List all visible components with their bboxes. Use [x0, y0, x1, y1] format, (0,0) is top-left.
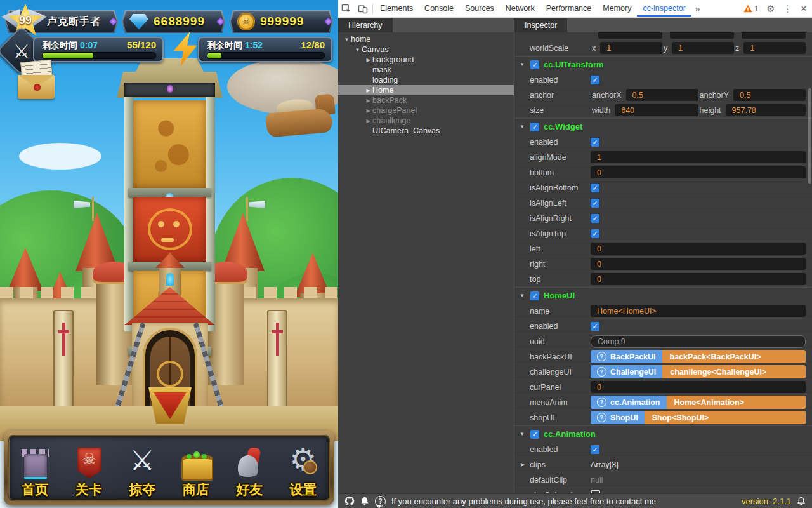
devtools-tab-network[interactable]: Network: [500, 0, 540, 17]
top-input[interactable]: 0: [591, 273, 806, 285]
value-input[interactable]: [670, 32, 734, 39]
kebab-menu-icon[interactable]: ⋮: [779, 1, 796, 17]
menu-item-gear[interactable]: 设置: [280, 439, 327, 497]
tree-right-arrow-icon[interactable]: ▶: [364, 118, 372, 124]
tree-right-arrow-icon[interactable]: ▶: [364, 98, 372, 104]
value-input-z[interactable]: 1: [743, 42, 806, 54]
checkbox-checked[interactable]: ✓: [591, 76, 599, 84]
settings-gear-icon[interactable]: ⚙: [763, 1, 779, 17]
section-collapse-arrow-icon[interactable]: ▼: [520, 62, 526, 67]
value-input-height[interactable]: 957.78: [726, 104, 806, 116]
tree-node-UICamera_Canvas[interactable]: UICamera_Canvas: [338, 126, 514, 136]
issues-warning-button[interactable]: 1: [740, 4, 763, 13]
help-bubble-icon[interactable]: ?: [375, 496, 386, 507]
tree-right-arrow-icon[interactable]: ▶: [364, 108, 372, 114]
tree-right-arrow-icon[interactable]: ▶: [364, 88, 372, 93]
reference-type-button[interactable]: ?cc.Animation: [591, 396, 667, 409]
checkbox-checked[interactable]: ✓: [530, 430, 539, 439]
section-collapse-arrow-icon[interactable]: ▼: [520, 124, 526, 130]
tree-node-chanllenge[interactable]: ▶chanllenge: [338, 116, 514, 126]
devtools-tab-cc-inspector[interactable]: cc-inspector: [637, 0, 691, 17]
menu-item-banner[interactable]: 关卡: [65, 439, 112, 497]
tree-node-mask[interactable]: mask: [338, 65, 514, 75]
github-icon[interactable]: [344, 496, 355, 506]
checkbox-checked[interactable]: ✓: [591, 138, 599, 147]
value-input-anchorY[interactable]: 0.5: [733, 89, 806, 101]
notification-bell-icon[interactable]: [797, 497, 806, 506]
inspect-element-icon[interactable]: [338, 1, 355, 17]
value-input-anchorX[interactable]: 0.5: [626, 89, 698, 101]
version-label: version: 2.1.1: [742, 497, 791, 506]
checkbox-unchecked[interactable]: [591, 490, 600, 493]
hierarchy-tab[interactable]: Hierarchy: [338, 18, 393, 32]
value-input[interactable]: [598, 32, 662, 39]
devtools-tab-memory[interactable]: Memory: [597, 0, 637, 17]
menu-item-helmet[interactable]: 好友: [226, 439, 273, 497]
section-collapse-arrow-icon[interactable]: ▼: [520, 293, 526, 298]
component-section-cc.UITransform[interactable]: ▼✓cc.UITransform: [514, 56, 812, 72]
checkbox-checked[interactable]: ✓: [530, 60, 539, 69]
more-tabs-button[interactable]: »: [691, 4, 704, 14]
tree-node-chargePanel[interactable]: ▶chargePanel: [338, 105, 514, 116]
tree-down-arrow-icon[interactable]: ▼: [353, 47, 362, 53]
devtools-tab-elements[interactable]: Elements: [374, 0, 419, 17]
inspector-tab[interactable]: Inspector: [514, 18, 567, 32]
devtools-tab-console[interactable]: Console: [419, 0, 459, 17]
section-collapse-arrow-icon[interactable]: ▼: [520, 431, 526, 437]
reference-shopUI[interactable]: ?ShopUIShop<ShopUI>: [591, 411, 806, 424]
alignMode-input[interactable]: 1: [591, 151, 806, 163]
checkbox-checked[interactable]: ✓: [591, 199, 599, 208]
component-section-HomeUI[interactable]: ▼✓HomeUI: [514, 287, 812, 304]
tree-node-Home[interactable]: ▶Home: [338, 85, 514, 95]
reference-type-button[interactable]: ?ShopUI: [591, 411, 645, 424]
checkbox-checked[interactable]: ✓: [591, 184, 599, 192]
reference-backPackUI[interactable]: ?BackPackUIbackPack<BackPackUI>: [591, 350, 806, 363]
component-section-cc.Widget[interactable]: ▼✓cc.Widget: [514, 118, 812, 135]
name-input[interactable]: Home<HomeUI>: [591, 305, 806, 317]
tree-node-background[interactable]: ▶background: [338, 55, 514, 65]
checkbox-checked[interactable]: ✓: [591, 322, 599, 331]
device-toolbar-icon[interactable]: [355, 1, 371, 17]
tree-node-backPack[interactable]: ▶backPack: [338, 95, 514, 105]
tree-down-arrow-icon[interactable]: ▼: [343, 37, 351, 43]
checkbox-checked[interactable]: ✓: [591, 229, 599, 238]
right-input[interactable]: 0: [591, 258, 806, 270]
value-input[interactable]: [742, 32, 806, 39]
bell-icon[interactable]: [360, 497, 369, 506]
expand-arrow-icon[interactable]: ▶: [521, 462, 530, 467]
checkbox-checked[interactable]: ✓: [591, 214, 599, 223]
devtools-tab-sources[interactable]: Sources: [459, 0, 500, 17]
checkbox-checked[interactable]: ✓: [530, 123, 539, 131]
value-input-y[interactable]: 1: [672, 42, 734, 54]
close-devtools-icon[interactable]: ✕: [796, 1, 812, 17]
bottom-input[interactable]: 0: [591, 166, 806, 178]
menu-item-castle[interactable]: 首页: [11, 439, 58, 497]
menu-item-chest[interactable]: 商店: [173, 439, 219, 497]
uuid-input[interactable]: Comp.9: [591, 335, 806, 348]
diamond-currency-plate[interactable]: 6688999: [122, 10, 225, 33]
left-input[interactable]: 0: [591, 243, 806, 255]
checkbox-checked[interactable]: ✓: [530, 291, 539, 300]
tree-node-home[interactable]: ▼home: [338, 34, 514, 44]
status-message: If you encounter any problems during use…: [391, 497, 656, 506]
tree-node-Canvas[interactable]: ▼Canvas: [338, 44, 514, 55]
menu-item-swords[interactable]: 掠夺: [119, 439, 166, 497]
component-section-cc.Animation[interactable]: ▼✓cc.Animation: [514, 425, 812, 442]
tree-node-loading[interactable]: loading: [338, 75, 514, 85]
value-input-x[interactable]: 1: [600, 42, 662, 54]
mail-icon[interactable]: [18, 61, 55, 103]
reference-type-button[interactable]: ?ChallengeUI: [591, 365, 662, 378]
reference-type-button[interactable]: ?BackPackUI: [591, 350, 662, 363]
inspector-scrollbar[interactable]: [808, 88, 811, 184]
value-input-width[interactable]: 640: [615, 104, 698, 116]
gold-currency-plate[interactable]: ☠ 999999: [230, 10, 333, 33]
energy-timer-bar[interactable]: 剩余时间 1:52 12/80: [198, 37, 332, 62]
property-row-worldScale: worldScalex1y1z1: [514, 41, 812, 56]
curPanel-input[interactable]: 0: [591, 381, 806, 393]
reference-menuAnim[interactable]: ?cc.AnimationHome<Animation>: [591, 396, 806, 409]
tree-right-arrow-icon[interactable]: ▶: [364, 57, 372, 63]
checkbox-checked[interactable]: ✓: [591, 445, 599, 454]
battle-timer-bar[interactable]: 剩余时间 0:07 55/120: [33, 37, 164, 62]
devtools-tab-performance[interactable]: Performance: [540, 0, 598, 17]
reference-challengeUI[interactable]: ?ChallengeUIchanllenge<ChallengeUI>: [591, 365, 806, 378]
